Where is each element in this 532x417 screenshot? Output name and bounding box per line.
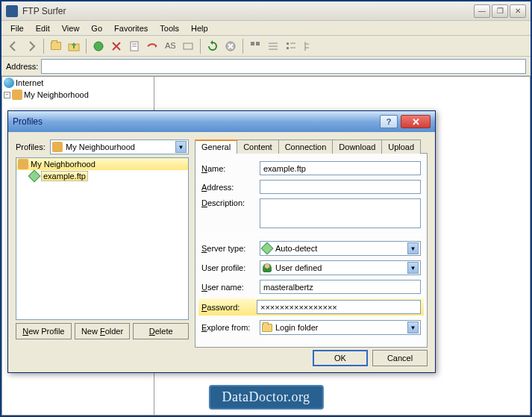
profiles-label: Profiles: <box>16 142 50 151</box>
folder-button[interactable] <box>48 39 63 54</box>
view-details-button[interactable] <box>284 39 298 54</box>
tree-neighborhood[interactable]: − My Neighborhood <box>2 89 154 101</box>
cancel-button[interactable]: Cancel <box>372 350 428 366</box>
properties-button[interactable] <box>127 39 142 54</box>
user-profile-value: User defined <box>275 263 322 272</box>
tree-neighborhood-label: My Neighborhood <box>24 90 89 99</box>
transfer-button[interactable] <box>145 39 160 54</box>
watermark: DataDoctor.org <box>208 385 323 410</box>
stop-button[interactable] <box>223 39 238 54</box>
svg-rect-9 <box>256 42 260 46</box>
server-type-label: Server type: <box>201 244 260 253</box>
tab-upload[interactable]: Upload <box>381 139 421 154</box>
view-list-button[interactable] <box>266 39 281 54</box>
new-profile-button[interactable]: New Profile <box>16 323 72 339</box>
cube-icon <box>262 243 272 254</box>
address-label: Address: <box>201 183 260 192</box>
address-label: Address: <box>6 62 38 71</box>
dialog-help-button[interactable]: ? <box>380 115 398 128</box>
tab-download[interactable]: Download <box>332 139 382 154</box>
menu-tools[interactable]: Tools <box>154 22 185 34</box>
app-icon <box>6 5 18 17</box>
dropdown-icon: ▼ <box>407 322 419 333</box>
dialog-right-panel: General Content Connection Download Uplo… <box>195 139 428 339</box>
collapse-icon[interactable]: − <box>4 92 10 98</box>
close-button[interactable]: ✕ <box>510 4 526 18</box>
refresh-button[interactable] <box>205 39 220 54</box>
separator <box>200 39 201 54</box>
svg-rect-6 <box>184 43 193 49</box>
delete-button[interactable]: Delete <box>133 323 189 339</box>
neighborhood-icon <box>12 90 22 100</box>
person-icon <box>262 263 272 273</box>
neighborhood-icon <box>18 159 28 169</box>
dialog-titlebar: Profiles ? ✕ <box>8 111 435 132</box>
description-input[interactable] <box>260 198 421 228</box>
address-input[interactable] <box>41 59 526 74</box>
explore-from-value: Login folder <box>275 323 319 332</box>
address-input[interactable] <box>260 180 421 194</box>
separator <box>43 39 44 54</box>
tree-internet[interactable]: Internet <box>2 77 154 89</box>
tab-connection[interactable]: Connection <box>278 139 334 154</box>
view-tree-button[interactable] <box>301 39 316 54</box>
globe-icon <box>4 78 14 88</box>
minimize-button[interactable]: — <box>474 4 490 18</box>
neighborhood-icon <box>52 142 63 152</box>
profile-icon <box>28 170 41 183</box>
name-input[interactable] <box>260 161 421 175</box>
profiles-select[interactable]: My Neighbourhood ▼ <box>50 139 189 154</box>
svg-rect-13 <box>287 43 289 45</box>
ok-button[interactable]: OK <box>313 350 368 366</box>
dialog-close-button[interactable]: ✕ <box>401 115 431 128</box>
profiles-select-value: My Neighbourhood <box>66 142 135 151</box>
tree-internet-label: Internet <box>16 78 43 87</box>
tab-general[interactable]: General <box>195 139 237 154</box>
tab-panel-general: Name: Address: Description: Server type: <box>195 153 428 348</box>
password-input[interactable] <box>257 300 421 314</box>
svg-text:ASCII: ASCII <box>165 41 176 50</box>
dropdown-icon: ▼ <box>175 141 187 153</box>
svg-point-1 <box>94 42 103 51</box>
toolbar: ASCII <box>1 36 531 57</box>
binary-button[interactable] <box>181 39 195 54</box>
menu-help[interactable]: Help <box>185 22 214 34</box>
tabs: General Content Connection Download Uplo… <box>195 139 428 154</box>
explore-from-select[interactable]: Login folder ▼ <box>260 320 421 335</box>
tab-content[interactable]: Content <box>237 139 279 154</box>
user-profile-select[interactable]: User defined ▼ <box>260 260 421 275</box>
menu-favorites[interactable]: Favorites <box>108 22 154 34</box>
connect-button[interactable] <box>91 39 106 54</box>
server-type-select[interactable]: Auto-detect ▼ <box>260 241 421 256</box>
tree-root-label: My Neighborhood <box>31 160 96 169</box>
menu-edit[interactable]: Edit <box>30 22 56 34</box>
restore-button[interactable]: ❐ <box>492 4 508 18</box>
menu-file[interactable]: File <box>4 22 30 34</box>
tree-child-item[interactable]: example.ftp <box>16 170 188 182</box>
view-large-button[interactable] <box>248 39 263 54</box>
user-profile-label: User profile: <box>201 263 260 272</box>
profiles-tree[interactable]: My Neighborhood example.ftp <box>16 157 189 320</box>
menu-go[interactable]: Go <box>85 22 108 34</box>
separator <box>86 39 87 54</box>
tree-root-item[interactable]: My Neighborhood <box>16 158 188 170</box>
dropdown-icon: ▼ <box>407 242 419 254</box>
window-title: FTP Surfer <box>22 6 474 16</box>
name-label: Name: <box>201 164 260 173</box>
folder-up-button[interactable] <box>66 39 81 54</box>
password-label: Password: <box>198 303 257 312</box>
ascii-button[interactable]: ASCII <box>163 39 178 54</box>
back-button[interactable] <box>6 39 21 54</box>
profiles-dialog: Profiles ? ✕ Profiles: My Neighbourhood … <box>7 110 436 373</box>
menu-view[interactable]: View <box>56 22 86 34</box>
forward-button[interactable] <box>24 39 39 54</box>
username-input[interactable] <box>260 280 421 294</box>
dialog-left-panel: Profiles: My Neighbourhood ▼ My Neighbor… <box>16 139 189 339</box>
svg-rect-8 <box>251 42 254 46</box>
dialog-title: Profiles <box>13 116 380 127</box>
new-folder-button[interactable]: New Folder <box>75 323 131 339</box>
separator <box>242 39 243 54</box>
folder-icon <box>262 322 272 333</box>
divider <box>201 234 421 235</box>
disconnect-button[interactable] <box>109 39 124 54</box>
